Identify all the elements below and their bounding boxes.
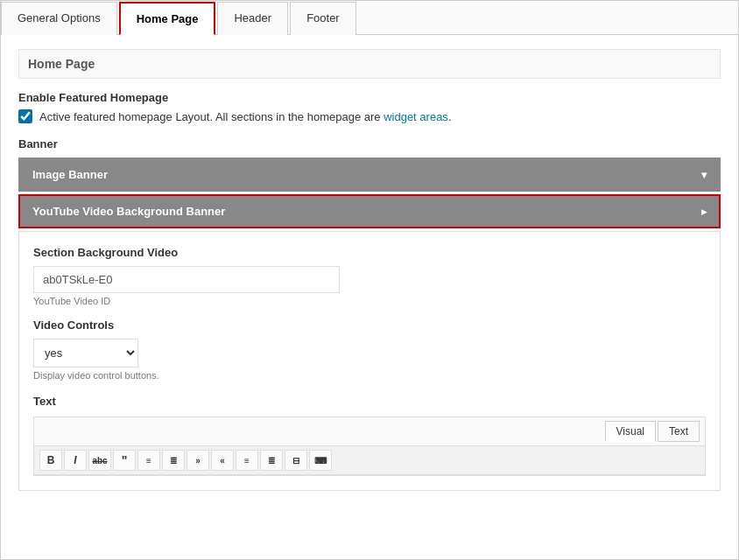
banner-label: Banner [18,137,721,150]
editor-tab-visual[interactable]: Visual [605,421,656,442]
tabs-bar: General Options Home Page Header Footer [1,1,738,35]
enable-description: Active featured homepage Layout. All sec… [39,110,452,123]
toolbar-indent[interactable]: » [187,450,209,471]
enable-label: Enable Featured Homepage [18,91,721,104]
widget-areas-link[interactable]: widget areas [384,110,448,123]
image-banner-label: Image Banner [32,168,108,181]
section-title: Home Page [18,49,721,79]
toolbar-ol[interactable]: ≣ [162,450,185,471]
youtube-banner-accordion[interactable]: YouTube Video Background Banner ▸ [18,194,721,228]
toolbar-bold[interactable]: B [39,450,62,471]
video-controls-description: Display video control buttons. [33,370,706,381]
editor-tabs-row: Visual Text [34,417,705,446]
bg-video-label: Section Background Video [33,246,706,259]
toolbar-align-right[interactable]: ⊟ [285,450,307,471]
main-content: Home Page Enable Featured Homepage Activ… [1,35,738,508]
video-id-sublabel: YouTube Video ID [33,296,706,306]
video-id-input[interactable] [33,266,340,293]
video-controls-label: Video Controls [33,318,706,332]
youtube-expanded-section: Section Background Video YouTube Video I… [18,231,721,491]
tab-general-options[interactable]: General Options [1,2,117,35]
toolbar-align-left[interactable]: ≡ [236,450,258,471]
page-wrapper: General Options Home Page Header Footer … [0,0,739,560]
checkbox-row: Active featured homepage Layout. All sec… [18,109,721,123]
tab-footer[interactable]: Footer [290,2,356,35]
editor-tab-text[interactable]: Text [658,421,700,442]
tab-home-page[interactable]: Home Page [119,2,216,35]
enable-section: Enable Featured Homepage Active featured… [18,91,721,123]
toolbar-ul[interactable]: ≡ [137,450,160,471]
toolbar-italic[interactable]: I [64,450,87,471]
toolbar-outdent[interactable]: « [211,450,234,471]
toolbar-special-chars[interactable]: ⌨ [309,450,332,471]
editor-area: Visual Text B I abc " ≡ ≣ » « ≡ [33,416,706,476]
video-controls-select[interactable]: yes no [33,339,138,368]
toolbar-blockquote[interactable]: " [113,450,136,471]
youtube-banner-label: YouTube Video Background Banner [32,205,225,218]
enable-checkbox[interactable] [18,109,32,123]
image-banner-accordion[interactable]: Image Banner ▾ [18,158,721,192]
tab-header[interactable]: Header [217,2,288,35]
toolbar-align-center[interactable]: ≣ [260,450,283,471]
video-controls-section: Video Controls yes no Display video cont… [33,318,706,381]
toolbar-strikethrough[interactable]: abc [88,450,111,471]
text-label: Text [33,395,706,408]
image-banner-arrow: ▾ [701,169,707,181]
editor-toolbar: B I abc " ≡ ≣ » « ≡ ≣ ⊟ ⌨ [34,446,705,475]
youtube-banner-arrow: ▸ [701,206,707,218]
